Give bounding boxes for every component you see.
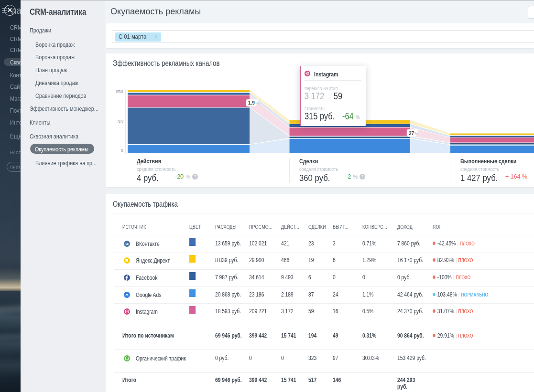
svg-text:vk: vk <box>125 242 129 245</box>
svg-text:27: 27 <box>409 131 414 136</box>
svg-text:15741: 15741 <box>116 89 123 94</box>
svg-text:%: % <box>256 101 260 106</box>
svg-text:0: 0 <box>121 148 123 153</box>
svg-text:%: % <box>414 131 418 136</box>
svg-text:7870: 7870 <box>117 119 123 124</box>
svg-text:1.9: 1.9 <box>248 100 255 106</box>
